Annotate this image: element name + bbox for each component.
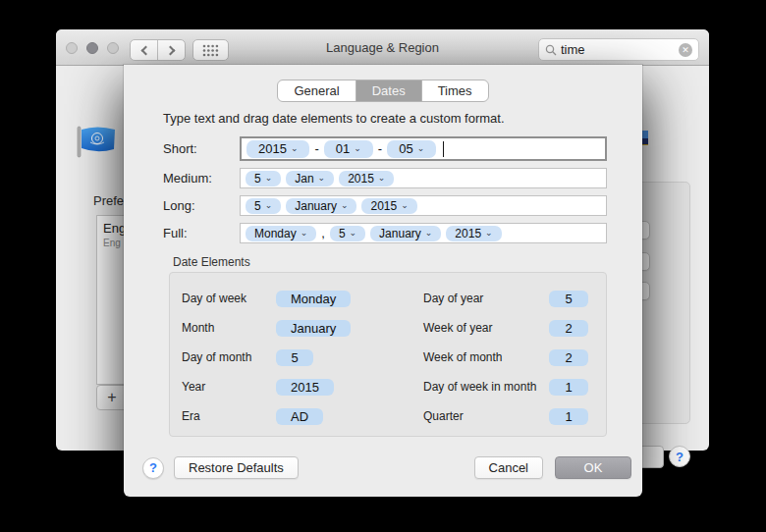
search-icon [545, 44, 557, 56]
date-token-label: 2015 [455, 227, 481, 240]
date-elements-box: Day of weekMondayDay of year5MonthJanuar… [169, 272, 607, 437]
restore-defaults-button[interactable]: Restore Defaults [174, 456, 299, 479]
date-token-label: 01 [336, 141, 350, 156]
text-cursor [443, 141, 444, 157]
date-element-label-day-of-year: Day of year [423, 292, 549, 305]
date-element-cell: January [276, 319, 423, 337]
screen: Language & Region ✕ [0, 0, 766, 532]
date-element-cell: 2 [549, 348, 593, 366]
date-element-token-day-of-week-in-month[interactable]: 1 [549, 379, 588, 396]
date-token[interactable]: 01⌄ [324, 140, 373, 158]
chevron-down-icon: ⌄ [354, 144, 361, 153]
medium-format-field[interactable]: 5⌄Jan⌄2015⌄ [240, 168, 607, 188]
chevron-down-icon: ⌄ [265, 201, 273, 210]
full-format-label: Full: [163, 226, 240, 240]
date-element-cell: 2015 [276, 378, 423, 396]
sheet-footer: ? Restore Defaults Cancel OK [142, 456, 631, 479]
chevron-down-icon: ⌄ [401, 201, 409, 210]
date-element-token-year[interactable]: 2015 [276, 379, 334, 396]
date-element-token-quarter[interactable]: 1 [549, 408, 588, 425]
window-help-button[interactable]: ? [669, 446, 690, 467]
full-format-row: Full:Monday⌄,5⌄January⌄2015⌄ [163, 223, 607, 243]
medium-format-label: Medium: [163, 171, 240, 186]
date-token[interactable]: January⌄ [286, 198, 356, 214]
date-element-label-week-of-month: Week of month [423, 350, 549, 364]
date-token-label: 05 [399, 141, 412, 156]
date-element-label-day-of-week: Day of week [182, 292, 276, 305]
long-format-row: Long:5⌄January⌄2015⌄ [163, 195, 607, 216]
date-element-label-year: Year [182, 380, 276, 394]
date-format-sheet: GeneralDatesTimes Type text and drag dat… [124, 65, 642, 497]
sheet-help-button[interactable]: ? [142, 457, 164, 479]
date-element-label-era: Era [182, 409, 276, 423]
tab-times[interactable]: Times [421, 80, 488, 101]
date-element-token-day-of-week[interactable]: Monday [276, 291, 351, 307]
long-format-field[interactable]: 5⌄January⌄2015⌄ [240, 195, 607, 216]
chevron-down-icon: ⌄ [425, 229, 433, 238]
date-token[interactable]: 2015⌄ [339, 171, 394, 186]
date-token[interactable]: Jan⌄ [286, 171, 334, 186]
un-flag-icon [77, 125, 118, 160]
date-token[interactable]: January⌄ [370, 226, 441, 241]
date-elements-title: Date Elements [173, 255, 642, 269]
chevron-down-icon: ⌄ [265, 174, 273, 183]
date-token-label: January [295, 199, 337, 213]
date-token-label: 2015 [370, 199, 397, 213]
search-input[interactable] [561, 42, 675, 57]
date-element-token-day-of-month[interactable]: 5 [276, 349, 313, 366]
date-token-label: 5 [254, 172, 261, 186]
date-element-cell: 1 [549, 378, 593, 396]
separator-text: , [321, 226, 325, 240]
instruction-text: Type text and drag date elements to crea… [163, 111, 642, 126]
chevron-down-icon: ⌄ [350, 229, 357, 238]
tab-bar: GeneralDatesTimes [277, 80, 488, 102]
date-elements-grid: Day of weekMondayDay of year5MonthJanuar… [182, 284, 606, 431]
medium-format-row: Medium:5⌄Jan⌄2015⌄ [163, 168, 607, 188]
date-element-label-day-of-month: Day of month [182, 350, 276, 364]
date-token[interactable]: 5⌄ [330, 226, 365, 241]
tab-dates[interactable]: Dates [356, 80, 421, 101]
separator-text: - [378, 141, 382, 156]
date-token-label: January [379, 227, 421, 240]
preferred-languages-label: Prefe [93, 193, 124, 208]
date-element-cell: 5 [549, 290, 593, 307]
chevron-down-icon: ⌄ [417, 144, 425, 153]
date-token-label: Jan [295, 172, 313, 186]
search-field[interactable]: ✕ [538, 38, 699, 61]
date-token[interactable]: 5⌄ [246, 198, 281, 214]
date-element-label-quarter: Quarter [423, 409, 549, 423]
chevron-down-icon: ⌄ [318, 174, 326, 183]
date-element-token-month[interactable]: January [276, 320, 351, 337]
clear-icon[interactable]: ✕ [679, 43, 692, 57]
date-element-cell: 1 [549, 407, 593, 425]
short-format-label: Short: [163, 141, 240, 156]
ok-button[interactable]: OK [555, 456, 631, 479]
date-element-token-week-of-year[interactable]: 2 [549, 320, 588, 337]
date-token-label: 2015 [348, 172, 374, 186]
chevron-down-icon: ⌄ [301, 229, 308, 238]
date-element-label-day-of-week-in-month: Day of week in month [423, 380, 549, 394]
date-element-token-week-of-month[interactable]: 2 [549, 349, 588, 366]
date-token[interactable]: 05⌄ [387, 140, 436, 158]
short-format-row: Short:2015⌄-01⌄-05⌄ [163, 136, 607, 161]
date-element-token-day-of-year[interactable]: 5 [549, 291, 588, 307]
chevron-down-icon: ⌄ [378, 174, 386, 183]
date-token[interactable]: Monday⌄ [246, 226, 316, 241]
date-element-label-month: Month [182, 321, 276, 335]
date-token-label: 2015 [258, 141, 287, 156]
short-format-field[interactable]: 2015⌄-01⌄-05⌄ [240, 136, 607, 161]
date-token[interactable]: 2015⌄ [246, 140, 309, 158]
date-token[interactable]: 5⌄ [246, 171, 281, 186]
date-token[interactable]: 2015⌄ [361, 198, 416, 214]
chevron-down-icon: ⌄ [341, 201, 349, 210]
separator-text: - [314, 141, 318, 156]
date-element-token-era[interactable]: AD [276, 408, 323, 425]
full-format-field[interactable]: Monday⌄,5⌄January⌄2015⌄ [240, 223, 607, 243]
tab-general[interactable]: General [278, 80, 355, 101]
date-token-label: 5 [339, 227, 346, 240]
date-element-cell: 5 [276, 348, 423, 366]
date-element-cell: 2 [549, 319, 593, 337]
date-token-label: Monday [254, 227, 297, 240]
date-token[interactable]: 2015⌄ [446, 226, 501, 241]
cancel-button[interactable]: Cancel [474, 456, 543, 479]
